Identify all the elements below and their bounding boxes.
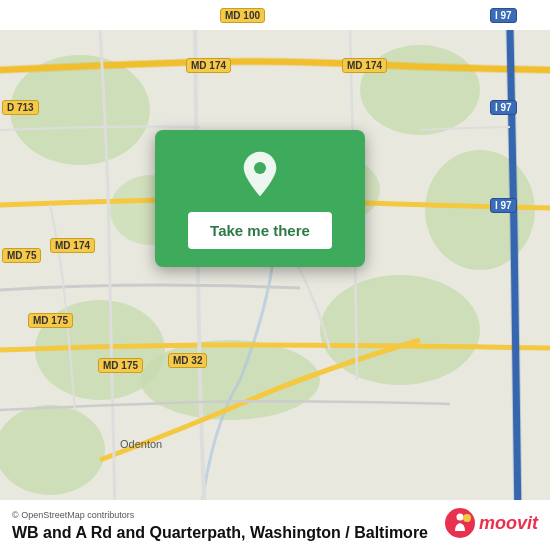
map-background: Odenton	[0, 0, 550, 550]
road-label-md75: MD 75	[2, 248, 41, 263]
road-label-md174b: MD 174	[342, 58, 387, 73]
location-name: WB and A Rd and Quarterpath, Washington …	[12, 524, 428, 542]
moovit-logo: moovit	[445, 508, 538, 538]
svg-point-13	[456, 514, 463, 521]
moovit-brand-text: moovit	[479, 513, 538, 534]
location-card: Take me there	[155, 130, 365, 267]
road-label-md175a: MD 175	[28, 313, 73, 328]
road-label-i97b: I 97	[490, 100, 517, 115]
road-label-i97c: I 97	[490, 198, 517, 213]
map-container: Odenton MD 100 MD 174 MD 174 I 97 I 97 I…	[0, 0, 550, 550]
road-label-d713: D 713	[2, 100, 39, 115]
road-label-md100: MD 100	[220, 8, 265, 23]
road-label-md175b: MD 175	[98, 358, 143, 373]
road-label-i97a: I 97	[490, 8, 517, 23]
location-pin-icon	[236, 150, 284, 198]
bottom-bar: © OpenStreetMap contributors WB and A Rd…	[0, 500, 550, 550]
svg-point-11	[254, 162, 266, 174]
road-label-md174a: MD 174	[186, 58, 231, 73]
road-label-md174c: MD 174	[50, 238, 95, 253]
svg-point-7	[0, 405, 105, 495]
take-me-there-button[interactable]: Take me there	[188, 212, 332, 249]
road-label-md32: MD 32	[168, 353, 207, 368]
svg-text:Odenton: Odenton	[120, 438, 162, 450]
svg-point-4	[320, 275, 480, 385]
moovit-brand-icon	[445, 508, 475, 538]
